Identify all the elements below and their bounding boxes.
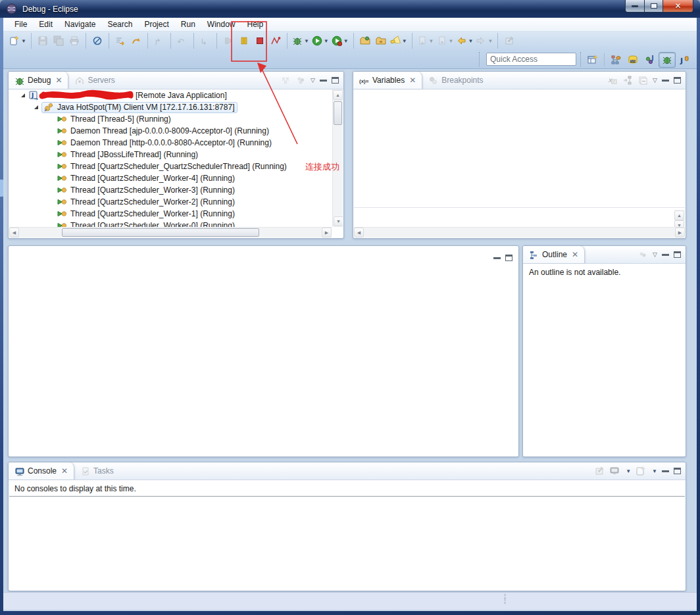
- open-artifact-button[interactable]: [373, 33, 389, 49]
- dropdown-arrow-icon[interactable]: ▼: [429, 38, 434, 44]
- maximize-button[interactable]: [674, 468, 681, 474]
- scroll-down-icon[interactable]: ▼: [334, 216, 343, 226]
- show-logical-structures-button[interactable]: [622, 75, 633, 86]
- search-button[interactable]: ▼: [389, 33, 409, 49]
- step-filters-button[interactable]: [113, 33, 128, 49]
- menu-project[interactable]: Project: [138, 18, 174, 30]
- close-tab-icon[interactable]: ✕: [61, 466, 68, 476]
- maximize-button[interactable]: [332, 77, 339, 84]
- tree-row[interactable]: Thread [QuartzScheduler_Worker-4] (Runni…: [9, 172, 332, 184]
- detail-vertical-scrollbar[interactable]: ▲ ▼: [674, 210, 685, 226]
- minimize-button[interactable]: [662, 79, 669, 82]
- run-launch-button[interactable]: ▼: [311, 33, 330, 49]
- save-all-button[interactable]: [51, 33, 66, 49]
- next-annotation-button[interactable]: ▼: [416, 33, 436, 49]
- step-over-button[interactable]: ↳: [197, 33, 213, 49]
- svn-perspective-button[interactable]: SVN: [624, 52, 641, 68]
- tree-row[interactable]: Thread [QuartzScheduler_Worker-1] (Runni…: [9, 208, 332, 220]
- javaee-perspective-button[interactable]: J: [641, 52, 659, 68]
- maximize-button[interactable]: [674, 251, 681, 258]
- tree-row[interactable]: Thread [QuartzScheduler_Worker-2] (Runni…: [9, 196, 332, 208]
- menu-file[interactable]: File: [9, 18, 33, 30]
- editor-area[interactable]: [8, 245, 519, 457]
- coverage-launch-button[interactable]: ▼: [330, 33, 350, 49]
- minimize-button[interactable]: [320, 79, 327, 82]
- step-into-button[interactable]: ↶: [174, 33, 190, 49]
- dropdown-arrow-icon[interactable]: ▼: [21, 38, 26, 44]
- pin-editor-button[interactable]: [501, 33, 517, 49]
- menu-search[interactable]: Search: [101, 18, 138, 30]
- close-tab-icon[interactable]: ✕: [572, 250, 578, 259]
- scroll-left-icon[interactable]: ◀: [9, 228, 19, 237]
- dropdown-arrow-icon[interactable]: ▼: [468, 38, 473, 44]
- menu-run[interactable]: Run: [175, 18, 201, 30]
- scroll-right-icon[interactable]: ▶: [675, 228, 685, 237]
- scroll-up-icon[interactable]: ▲: [333, 90, 343, 100]
- debug-perspective-button[interactable]: [659, 52, 676, 68]
- tree-row[interactable]: Thread [JBossLifeThread] (Running): [9, 149, 332, 160]
- status-drag-handle[interactable]: ⁞⁞: [504, 595, 506, 604]
- display-selected-console-button[interactable]: [609, 466, 620, 476]
- use-step-filters-button[interactable]: [128, 33, 144, 49]
- terminate-button[interactable]: [252, 33, 268, 49]
- quick-access-input[interactable]: [486, 53, 576, 66]
- previous-annotation-button[interactable]: ▼: [436, 33, 455, 49]
- tab-debug-debug[interactable]: Debug✕: [9, 72, 68, 89]
- process-group-button[interactable]: [295, 75, 306, 86]
- focus-group-button[interactable]: [638, 249, 648, 260]
- expand-twisty-icon[interactable]: [34, 105, 38, 109]
- remove-all-terminated-button[interactable]: [280, 75, 291, 86]
- dropdown-arrow-icon[interactable]: ▼: [324, 38, 329, 44]
- forward-button[interactable]: ▼: [474, 33, 494, 49]
- scroll-left-icon[interactable]: ◀: [354, 228, 364, 237]
- close-tab-icon[interactable]: ✕: [55, 76, 62, 85]
- scrollbar-thumb[interactable]: [62, 228, 259, 237]
- dropdown-arrow-icon[interactable]: ▼: [652, 468, 657, 474]
- tab-console-console[interactable]: Console✕: [9, 462, 74, 480]
- pin-console-button[interactable]: [594, 466, 605, 476]
- open-perspective-button[interactable]: [584, 52, 601, 68]
- save-button[interactable]: [35, 33, 51, 49]
- show-type-names-button[interactable]: x: [607, 75, 618, 86]
- variables-horizontal-scrollbar[interactable]: ◀ ▶: [354, 227, 685, 237]
- scroll-up-icon[interactable]: ▲: [674, 210, 684, 220]
- drop-to-frame-button[interactable]: ↱: [151, 33, 167, 49]
- minimize-window-button[interactable]: [625, 0, 645, 12]
- tree-row[interactable]: Daemon Thread [ajp-0.0.0.0-8009-Acceptor…: [9, 125, 332, 137]
- selected-tree-row[interactable]: Java HotSpot(TM) Client VM [172.17.16.13…: [41, 102, 238, 113]
- collapse-all-button[interactable]: [638, 75, 648, 86]
- view-menu-button[interactable]: ▽: [653, 251, 657, 258]
- open-task-button[interactable]: [357, 33, 373, 49]
- close-tab-icon[interactable]: ✕: [409, 76, 416, 85]
- minimize-button[interactable]: [662, 470, 669, 472]
- dropdown-arrow-icon[interactable]: ▼: [304, 38, 309, 44]
- tree-row[interactable]: Thread [Thread-5] (Running): [9, 113, 332, 125]
- tree-row[interactable]: Daemon Thread [http-0.0.0.0-8080-Accepto…: [9, 137, 332, 149]
- minimize-button[interactable]: [662, 253, 669, 256]
- maximize-button[interactable]: [674, 77, 681, 84]
- skip-all-breakpoints-button[interactable]: [89, 33, 105, 49]
- open-console-button[interactable]: [636, 466, 646, 476]
- dropdown-arrow-icon[interactable]: ▼: [449, 38, 454, 44]
- debug-horizontal-scrollbar[interactable]: ◀ ▶: [9, 227, 332, 237]
- variables-detail-pane[interactable]: ▲ ▼: [354, 209, 685, 226]
- dropdown-arrow-icon[interactable]: ▼: [402, 38, 407, 44]
- view-menu-button[interactable]: ▽: [311, 77, 315, 84]
- menu-navigate[interactable]: Navigate: [59, 18, 101, 30]
- expand-twisty-icon[interactable]: [21, 93, 25, 97]
- scroll-right-icon[interactable]: ▶: [322, 228, 332, 237]
- tree-row[interactable]: Thread [QuartzScheduler_Worker-0] (Runni…: [9, 220, 332, 227]
- debug-launch-button[interactable]: ▼: [291, 33, 311, 49]
- tree-row[interactable]: Thread [QuartzScheduler_Worker-3] (Runni…: [9, 184, 332, 196]
- debug-vertical-scrollbar[interactable]: ▲ ▼: [332, 89, 343, 227]
- tab-vars-breakpoints[interactable]: Breakpoints: [422, 72, 489, 89]
- resume-button[interactable]: [220, 33, 236, 49]
- tab-debug-servers[interactable]: Servers: [68, 72, 120, 89]
- menu-window[interactable]: Window: [201, 18, 241, 30]
- hierarchy-perspective-button[interactable]: [607, 52, 624, 68]
- dropdown-arrow-icon[interactable]: ▼: [343, 38, 349, 44]
- variables-tree[interactable]: [354, 89, 685, 208]
- maximize-button[interactable]: [505, 255, 512, 261]
- back-button[interactable]: ▼: [455, 33, 474, 49]
- tree-row[interactable]: J[Remote Java Application]: [9, 89, 332, 101]
